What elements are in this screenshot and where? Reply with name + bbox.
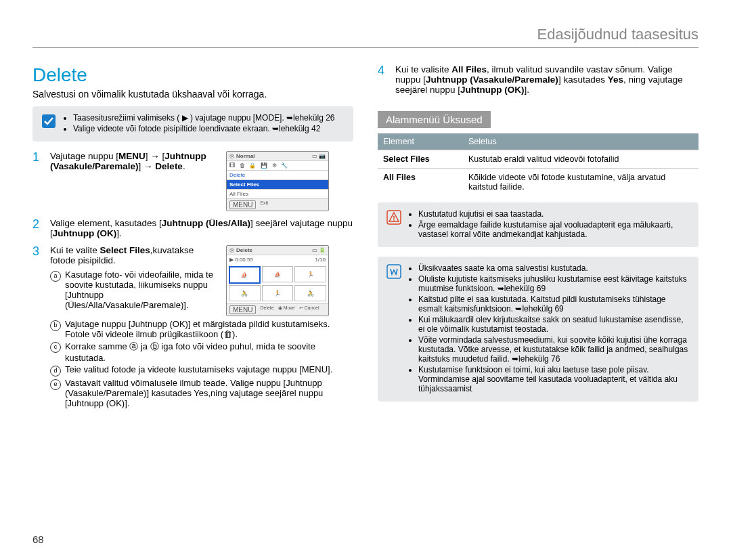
substep-c: cKorrake samme ⓐ ja ⓑ iga foto või video… — [50, 341, 353, 363]
thumbnail: ⛵ — [262, 266, 294, 282]
cell-val: Kustutab eraldi valitud videovõi fotofai… — [463, 150, 699, 169]
thumbnail-grid: ⛵ ⛵ 🏃 🚴 🏃 🚴 — [227, 264, 328, 303]
info-item: Kaitstud pilte ei saa kustutada. Kaitstu… — [418, 295, 690, 314]
note-item: Taasesitusrežiimi valimiseks ( ▶ ) vajut… — [73, 113, 335, 123]
note-list: Taasesitusrežiimi valimiseks ( ▶ ) vajut… — [64, 113, 335, 135]
step-4: 4 Kui te valisite All Files, ilmub valit… — [378, 64, 699, 95]
step-number: 3 — [32, 245, 43, 410]
th-description: Seletus — [463, 133, 699, 150]
columns: Delete Salvestusi on võimalik kustutada … — [32, 64, 699, 416]
thumbnail: 🚴 — [294, 285, 326, 301]
info-list: Üksikvaates saate ka oma salvestisi kust… — [409, 263, 690, 395]
step-number: 4 — [378, 64, 389, 95]
bullet-icon: ◎ — [229, 247, 234, 253]
step-1-text: Vajutage nuppu [MENU] → [Juhtnupp (Vasak… — [50, 151, 219, 211]
step-4-text: Kui te valisite All Files, ilmub valitud… — [395, 64, 699, 95]
note-playback: Taasesitusrežiimi valimiseks ( ▶ ) vajut… — [32, 106, 353, 142]
warning-item: Ärge eemaldage failide kustutamise ajal … — [418, 220, 690, 239]
step-2-text: Valige element, kasutades [Juhtnupp (Üle… — [50, 218, 353, 238]
steps-list: 1 Vajutage nuppu [MENU] → [Juhtnupp (Vas… — [32, 151, 353, 410]
page-title: Delete — [32, 64, 353, 86]
substep-b: bVajutage nuppu [Juhtnupp (OK)] et märgi… — [50, 319, 353, 339]
thumbnail: 🏃 — [294, 266, 326, 282]
thumb-timebar: ▶ 0:00:551/10 — [227, 255, 328, 264]
bullet-icon: ◎ — [229, 153, 234, 159]
menu-screenshot: ◎Normal▭ 📷 🎞 🗑 🔒 💾 ⚙ 🔧 Delete Select Fil… — [226, 151, 329, 211]
info-box: Üksikvaates saate ka oma salvestisi kust… — [378, 257, 699, 402]
table-header-row: Element Seletus — [378, 133, 699, 150]
substep-d: dTeie valitud fotode ja videote kustutam… — [50, 364, 353, 376]
menu-header: ◎Normal▭ 📷 — [227, 152, 328, 160]
table-row: All Files Kõikide videote või fotode kus… — [378, 169, 699, 196]
check-icon — [41, 113, 57, 129]
lead-text: Salvestusi on võimalik kustutada ükshaav… — [32, 89, 353, 100]
steps-list-right: 4 Kui te valisite All Files, ilmub valit… — [378, 64, 699, 95]
thumbnail: 🏃 — [262, 285, 294, 301]
info-item: Üksikvaates saate ka oma salvestisi kust… — [418, 263, 690, 273]
menu-item-all-files: All Files — [227, 189, 328, 198]
submenu-heading: Alammenüü Üksused — [378, 111, 491, 128]
page: Edasijõudnud taasesitus Delete Salvestus… — [0, 0, 731, 560]
info-item: Oluliste kujutiste kaitsmiseks juhusliku… — [418, 274, 690, 293]
menu-footer: MENUExit — [227, 198, 328, 211]
cell-key: All Files — [378, 169, 463, 196]
svg-rect-4 — [387, 265, 401, 278]
step-number: 2 — [32, 218, 43, 238]
info-item: Kustutamise funktsioon ei toimi, kui aku… — [418, 365, 690, 393]
menu-item-delete: Delete — [227, 170, 328, 179]
cell-key: Select Files — [378, 150, 463, 169]
thumb-header: ◎Delete▭ 🔋 — [227, 246, 328, 255]
thumb-footer: MENUDelete ◉ Move ↩ Cancel — [227, 303, 328, 316]
top-rule — [32, 47, 699, 48]
menu-tabs: 🎞 🗑 🔒 💾 ⚙ 🔧 — [227, 160, 328, 170]
substep-a: aKasutage foto- või videofailile, mida t… — [50, 270, 219, 310]
info-item: Kui mälukaardil olev kirjutuskaitse sakk… — [418, 315, 690, 334]
thumbnail: ⛵ — [229, 266, 261, 284]
note-item: Valige videote või fotode pisipiltide lo… — [73, 124, 335, 133]
warning-icon — [386, 209, 402, 225]
svg-point-3 — [393, 219, 395, 221]
step-3: 3 Kui te valite Select Files,kuvatakse f… — [32, 245, 353, 410]
step-1: 1 Vajutage nuppu [MENU] → [Juhtnupp (Vas… — [32, 151, 353, 211]
th-element: Element — [378, 133, 463, 150]
submenu-table: Element Seletus Select Files Kustutab er… — [378, 133, 699, 196]
warning-list: Kustutatud kujutisi ei saa taastada. Ärg… — [409, 209, 690, 240]
substep-e: eVastavalt valitud võimalusele ilmub tea… — [50, 378, 353, 408]
info-icon — [386, 263, 402, 280]
page-number: 68 — [32, 534, 44, 545]
warning-box: Kustutatud kujutisi ei saa taastada. Ärg… — [378, 202, 699, 247]
menu-item-select-files: Select Files — [227, 179, 328, 189]
right-column: 4 Kui te valisite All Files, ilmub valit… — [378, 64, 699, 416]
left-column: Delete Salvestusi on võimalik kustutada … — [32, 64, 353, 416]
thumbnail: 🚴 — [229, 285, 261, 301]
warning-item: Kustutatud kujutisi ei saa taastada. — [418, 209, 690, 219]
step-2: 2 Valige element, kasutades [Juhtnupp (Ü… — [32, 218, 353, 238]
step-number: 1 — [32, 151, 43, 211]
breadcrumb: Edasijõudnud taasesitus — [32, 26, 699, 43]
cell-val: Kõikide videote või fotode kustutamine, … — [463, 169, 699, 196]
thumbnail-screenshot: ◎Delete▭ 🔋 ▶ 0:00:551/10 ⛵ ⛵ 🏃 🚴 🏃 🚴 — [226, 245, 329, 316]
step-3-text: Kui te valite Select Files,kuvatakse fot… — [50, 245, 219, 316]
table-row: Select Files Kustutab eraldi valitud vid… — [378, 150, 699, 169]
info-item: Võite vormindada salvestusmeediumi, kui … — [418, 335, 690, 364]
